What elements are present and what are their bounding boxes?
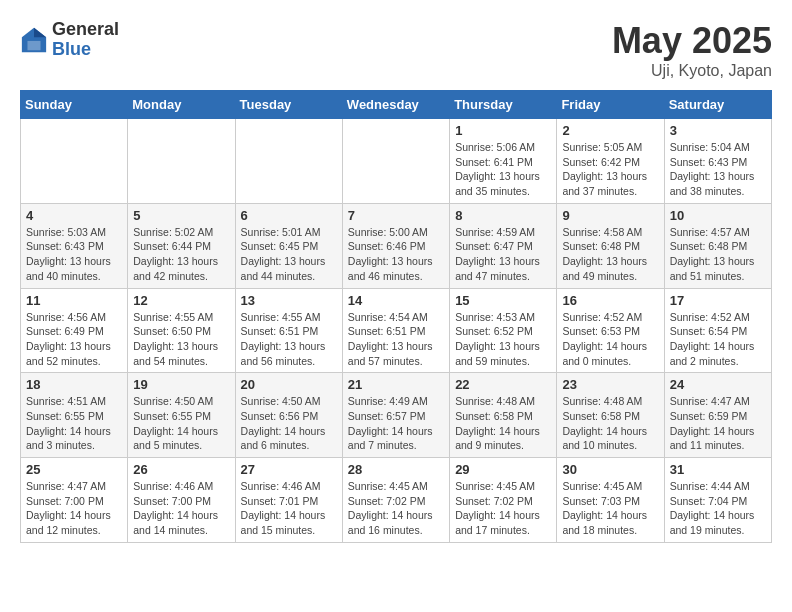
calendar-cell: 6Sunrise: 5:01 AM Sunset: 6:45 PM Daylig… (235, 203, 342, 288)
calendar-cell (235, 119, 342, 204)
calendar-cell: 4Sunrise: 5:03 AM Sunset: 6:43 PM Daylig… (21, 203, 128, 288)
calendar-cell (342, 119, 449, 204)
day-number: 9 (562, 208, 658, 223)
weekday-header-monday: Monday (128, 91, 235, 119)
day-number: 7 (348, 208, 444, 223)
day-info: Sunrise: 4:52 AM Sunset: 6:54 PM Dayligh… (670, 310, 766, 369)
day-info: Sunrise: 4:45 AM Sunset: 7:02 PM Dayligh… (348, 479, 444, 538)
logo-blue-text: Blue (52, 40, 119, 60)
day-number: 10 (670, 208, 766, 223)
calendar-cell: 14Sunrise: 4:54 AM Sunset: 6:51 PM Dayli… (342, 288, 449, 373)
calendar-table: SundayMondayTuesdayWednesdayThursdayFrid… (20, 90, 772, 543)
calendar-cell: 10Sunrise: 4:57 AM Sunset: 6:48 PM Dayli… (664, 203, 771, 288)
logo-general-text: General (52, 20, 119, 40)
calendar-cell: 27Sunrise: 4:46 AM Sunset: 7:01 PM Dayli… (235, 458, 342, 543)
day-info: Sunrise: 4:55 AM Sunset: 6:51 PM Dayligh… (241, 310, 337, 369)
svg-marker-1 (34, 28, 46, 37)
weekday-header-thursday: Thursday (450, 91, 557, 119)
calendar-cell: 8Sunrise: 4:59 AM Sunset: 6:47 PM Daylig… (450, 203, 557, 288)
calendar-cell: 29Sunrise: 4:45 AM Sunset: 7:02 PM Dayli… (450, 458, 557, 543)
day-number: 21 (348, 377, 444, 392)
month-title: May 2025 (612, 20, 772, 62)
day-info: Sunrise: 4:45 AM Sunset: 7:02 PM Dayligh… (455, 479, 551, 538)
day-info: Sunrise: 4:51 AM Sunset: 6:55 PM Dayligh… (26, 394, 122, 453)
day-number: 26 (133, 462, 229, 477)
day-info: Sunrise: 4:59 AM Sunset: 6:47 PM Dayligh… (455, 225, 551, 284)
calendar-cell: 22Sunrise: 4:48 AM Sunset: 6:58 PM Dayli… (450, 373, 557, 458)
day-number: 3 (670, 123, 766, 138)
weekday-header-saturday: Saturday (664, 91, 771, 119)
day-info: Sunrise: 4:45 AM Sunset: 7:03 PM Dayligh… (562, 479, 658, 538)
calendar-cell: 1Sunrise: 5:06 AM Sunset: 6:41 PM Daylig… (450, 119, 557, 204)
day-number: 25 (26, 462, 122, 477)
weekday-header-wednesday: Wednesday (342, 91, 449, 119)
day-info: Sunrise: 4:50 AM Sunset: 6:55 PM Dayligh… (133, 394, 229, 453)
day-number: 24 (670, 377, 766, 392)
day-info: Sunrise: 4:47 AM Sunset: 6:59 PM Dayligh… (670, 394, 766, 453)
calendar-cell (128, 119, 235, 204)
day-number: 19 (133, 377, 229, 392)
calendar-cell: 11Sunrise: 4:56 AM Sunset: 6:49 PM Dayli… (21, 288, 128, 373)
day-number: 23 (562, 377, 658, 392)
day-info: Sunrise: 5:02 AM Sunset: 6:44 PM Dayligh… (133, 225, 229, 284)
calendar-cell: 13Sunrise: 4:55 AM Sunset: 6:51 PM Dayli… (235, 288, 342, 373)
day-info: Sunrise: 4:46 AM Sunset: 7:01 PM Dayligh… (241, 479, 337, 538)
day-info: Sunrise: 4:49 AM Sunset: 6:57 PM Dayligh… (348, 394, 444, 453)
calendar-header: SundayMondayTuesdayWednesdayThursdayFrid… (21, 91, 772, 119)
calendar-week-1: 1Sunrise: 5:06 AM Sunset: 6:41 PM Daylig… (21, 119, 772, 204)
day-info: Sunrise: 4:55 AM Sunset: 6:50 PM Dayligh… (133, 310, 229, 369)
calendar-cell: 25Sunrise: 4:47 AM Sunset: 7:00 PM Dayli… (21, 458, 128, 543)
day-number: 1 (455, 123, 551, 138)
day-number: 16 (562, 293, 658, 308)
page-header: General Blue May 2025 Uji, Kyoto, Japan (20, 20, 772, 80)
day-info: Sunrise: 4:52 AM Sunset: 6:53 PM Dayligh… (562, 310, 658, 369)
calendar-cell: 28Sunrise: 4:45 AM Sunset: 7:02 PM Dayli… (342, 458, 449, 543)
day-info: Sunrise: 4:54 AM Sunset: 6:51 PM Dayligh… (348, 310, 444, 369)
weekday-header-sunday: Sunday (21, 91, 128, 119)
logo: General Blue (20, 20, 119, 60)
logo-text: General Blue (52, 20, 119, 60)
day-info: Sunrise: 4:58 AM Sunset: 6:48 PM Dayligh… (562, 225, 658, 284)
day-info: Sunrise: 5:05 AM Sunset: 6:42 PM Dayligh… (562, 140, 658, 199)
calendar-cell: 17Sunrise: 4:52 AM Sunset: 6:54 PM Dayli… (664, 288, 771, 373)
calendar-cell: 2Sunrise: 5:05 AM Sunset: 6:42 PM Daylig… (557, 119, 664, 204)
calendar-cell: 7Sunrise: 5:00 AM Sunset: 6:46 PM Daylig… (342, 203, 449, 288)
day-info: Sunrise: 5:04 AM Sunset: 6:43 PM Dayligh… (670, 140, 766, 199)
day-info: Sunrise: 5:03 AM Sunset: 6:43 PM Dayligh… (26, 225, 122, 284)
day-number: 28 (348, 462, 444, 477)
day-number: 15 (455, 293, 551, 308)
day-number: 12 (133, 293, 229, 308)
calendar-cell: 21Sunrise: 4:49 AM Sunset: 6:57 PM Dayli… (342, 373, 449, 458)
calendar-week-2: 4Sunrise: 5:03 AM Sunset: 6:43 PM Daylig… (21, 203, 772, 288)
day-info: Sunrise: 4:56 AM Sunset: 6:49 PM Dayligh… (26, 310, 122, 369)
day-number: 4 (26, 208, 122, 223)
calendar-cell: 9Sunrise: 4:58 AM Sunset: 6:48 PM Daylig… (557, 203, 664, 288)
day-number: 27 (241, 462, 337, 477)
weekday-header-friday: Friday (557, 91, 664, 119)
day-info: Sunrise: 5:06 AM Sunset: 6:41 PM Dayligh… (455, 140, 551, 199)
title-area: May 2025 Uji, Kyoto, Japan (612, 20, 772, 80)
day-number: 17 (670, 293, 766, 308)
calendar-cell: 19Sunrise: 4:50 AM Sunset: 6:55 PM Dayli… (128, 373, 235, 458)
day-info: Sunrise: 4:44 AM Sunset: 7:04 PM Dayligh… (670, 479, 766, 538)
calendar-week-5: 25Sunrise: 4:47 AM Sunset: 7:00 PM Dayli… (21, 458, 772, 543)
day-info: Sunrise: 4:47 AM Sunset: 7:00 PM Dayligh… (26, 479, 122, 538)
calendar-cell: 12Sunrise: 4:55 AM Sunset: 6:50 PM Dayli… (128, 288, 235, 373)
location-subtitle: Uji, Kyoto, Japan (612, 62, 772, 80)
weekday-header-tuesday: Tuesday (235, 91, 342, 119)
day-number: 11 (26, 293, 122, 308)
calendar-cell (21, 119, 128, 204)
calendar-cell: 15Sunrise: 4:53 AM Sunset: 6:52 PM Dayli… (450, 288, 557, 373)
day-number: 29 (455, 462, 551, 477)
calendar-cell: 18Sunrise: 4:51 AM Sunset: 6:55 PM Dayli… (21, 373, 128, 458)
day-number: 8 (455, 208, 551, 223)
calendar-cell: 3Sunrise: 5:04 AM Sunset: 6:43 PM Daylig… (664, 119, 771, 204)
calendar-cell: 30Sunrise: 4:45 AM Sunset: 7:03 PM Dayli… (557, 458, 664, 543)
calendar-cell: 5Sunrise: 5:02 AM Sunset: 6:44 PM Daylig… (128, 203, 235, 288)
logo-icon (20, 26, 48, 54)
day-number: 30 (562, 462, 658, 477)
day-info: Sunrise: 4:48 AM Sunset: 6:58 PM Dayligh… (562, 394, 658, 453)
calendar-cell: 20Sunrise: 4:50 AM Sunset: 6:56 PM Dayli… (235, 373, 342, 458)
day-info: Sunrise: 5:01 AM Sunset: 6:45 PM Dayligh… (241, 225, 337, 284)
calendar-cell: 23Sunrise: 4:48 AM Sunset: 6:58 PM Dayli… (557, 373, 664, 458)
